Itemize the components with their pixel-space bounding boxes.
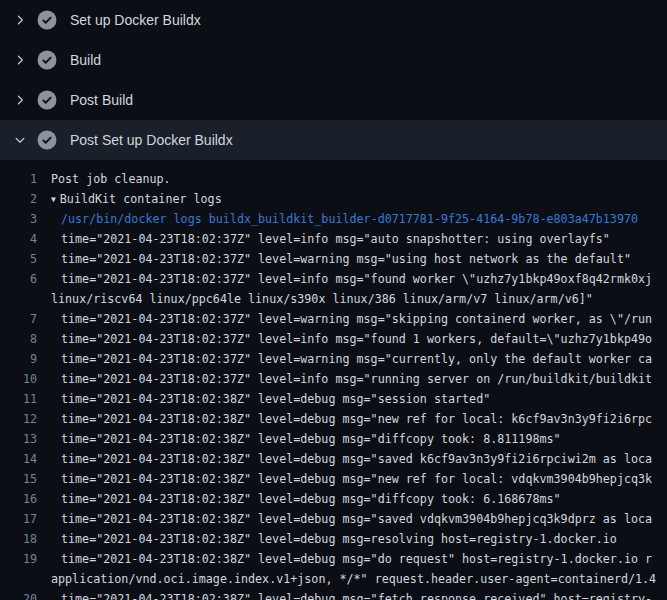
log-text: linux/riscv64 linux/ppc64le linux/s390x … — [51, 292, 593, 306]
log-line-text: time="2021-04-23T18:02:38Z" level=debug … — [37, 389, 490, 409]
step-row[interactable]: Set up Docker Buildx — [0, 0, 667, 40]
chevron-right-icon[interactable] — [12, 92, 28, 108]
log-line: 10 time="2021-04-23T18:02:37Z" level=inf… — [0, 369, 667, 389]
log-line-number[interactable]: 20 — [0, 589, 37, 600]
log-line-text: time="2021-04-23T18:02:38Z" level=debug … — [37, 449, 652, 469]
log-line-text: application/vnd.oci.image.index.v1+json,… — [37, 569, 656, 589]
log-line-number[interactable]: 1 — [0, 169, 37, 189]
log-line-number[interactable]: 2 — [0, 189, 37, 209]
log-text: time="2021-04-23T18:02:37Z" level=warnin… — [61, 312, 652, 326]
log-text: time="2021-04-23T18:02:38Z" level=debug … — [61, 512, 652, 526]
log-line-text: time="2021-04-23T18:02:37Z" level=info m… — [37, 369, 652, 389]
log-text: time="2021-04-23T18:02:37Z" level=info m… — [61, 272, 652, 286]
log-line-text: time="2021-04-23T18:02:38Z" level=debug … — [37, 489, 561, 509]
log-line: 9 time="2021-04-23T18:02:37Z" level=warn… — [0, 349, 667, 369]
log-line-number[interactable]: 19 — [0, 549, 37, 569]
log-text: time="2021-04-23T18:02:38Z" level=debug … — [61, 552, 652, 566]
log-line: 20 time="2021-04-23T18:02:38Z" level=deb… — [0, 589, 667, 600]
log-line-number[interactable]: 12 — [0, 409, 37, 429]
log-text: time="2021-04-23T18:02:38Z" level=debug … — [61, 592, 652, 600]
log-line-number[interactable]: 11 — [0, 389, 37, 409]
log-line: application/vnd.oci.image.index.v1+json,… — [0, 569, 667, 589]
log-line-text: time="2021-04-23T18:02:38Z" level=debug … — [37, 509, 652, 529]
log-text: time="2021-04-23T18:02:38Z" level=debug … — [61, 392, 490, 406]
log-line: 5 time="2021-04-23T18:02:37Z" level=warn… — [0, 249, 667, 269]
log-line-text[interactable]: ▼BuildKit container logs — [37, 189, 222, 209]
check-circle-icon — [37, 10, 57, 30]
log-line-number[interactable]: 10 — [0, 369, 37, 389]
log-line-text: /usr/bin/docker logs buildx_buildkit_bui… — [37, 209, 638, 229]
step-row[interactable]: Post Build — [0, 80, 667, 120]
chevron-right-icon[interactable] — [12, 12, 28, 28]
log-text: time="2021-04-23T18:02:38Z" level=debug … — [61, 472, 652, 486]
log-line: 18 time="2021-04-23T18:02:38Z" level=deb… — [0, 529, 667, 549]
log-line-text: time="2021-04-23T18:02:37Z" level=warnin… — [37, 309, 652, 329]
log-text: time="2021-04-23T18:02:38Z" level=debug … — [61, 492, 561, 506]
log-text: BuildKit container logs — [60, 192, 222, 206]
chevron-right-icon[interactable] — [12, 52, 28, 68]
log-text: time="2021-04-23T18:02:37Z" level=info m… — [61, 332, 652, 346]
log-text: application/vnd.oci.image.index.v1+json,… — [51, 572, 656, 586]
log-line-text: time="2021-04-23T18:02:37Z" level=warnin… — [37, 249, 631, 269]
log-line: 12 time="2021-04-23T18:02:38Z" level=deb… — [0, 409, 667, 429]
log-line-text: time="2021-04-23T18:02:37Z" level=info m… — [37, 229, 610, 249]
log-line: 11 time="2021-04-23T18:02:38Z" level=deb… — [0, 389, 667, 409]
log-text: time="2021-04-23T18:02:37Z" level=info m… — [61, 372, 652, 386]
log-line: 1 Post job cleanup. — [0, 169, 667, 189]
log-line-number[interactable]: 17 — [0, 509, 37, 529]
steps-list: Set up Docker Buildx Build Post Buil — [0, 0, 667, 160]
log-text: /usr/bin/docker logs buildx_buildkit_bui… — [61, 212, 638, 226]
check-circle-icon — [37, 50, 57, 70]
log-line-number[interactable]: 7 — [0, 309, 37, 329]
step-label: Post Set up Docker Buildx — [70, 132, 233, 148]
log-line-number[interactable]: 3 — [0, 209, 37, 229]
log-line: 19 time="2021-04-23T18:02:38Z" level=deb… — [0, 549, 667, 569]
log-line-text: time="2021-04-23T18:02:38Z" level=debug … — [37, 429, 561, 449]
log-line-text: time="2021-04-23T18:02:38Z" level=debug … — [37, 409, 652, 429]
check-circle-icon — [37, 90, 57, 110]
log-line: 15 time="2021-04-23T18:02:38Z" level=deb… — [0, 469, 667, 489]
log-line-number[interactable]: 9 — [0, 349, 37, 369]
log-line-number[interactable]: 18 — [0, 529, 37, 549]
log-line: linux/riscv64 linux/ppc64le linux/s390x … — [0, 289, 667, 309]
log-text: time="2021-04-23T18:02:38Z" level=debug … — [61, 412, 652, 426]
log-line: 3 /usr/bin/docker logs buildx_buildkit_b… — [0, 209, 667, 229]
log-text: time="2021-04-23T18:02:38Z" level=debug … — [61, 452, 652, 466]
log-line-number[interactable]: 14 — [0, 449, 37, 469]
log-text: time="2021-04-23T18:02:38Z" level=debug … — [61, 432, 561, 446]
log-text: time="2021-04-23T18:02:37Z" level=warnin… — [61, 252, 631, 266]
log-line-text: Post job cleanup. — [37, 169, 171, 189]
check-circle-icon — [37, 130, 57, 150]
log-line: 16 time="2021-04-23T18:02:38Z" level=deb… — [0, 489, 667, 509]
chevron-down-icon[interactable] — [12, 132, 28, 148]
step-label: Set up Docker Buildx — [70, 12, 201, 28]
log-line: 4 time="2021-04-23T18:02:37Z" level=info… — [0, 229, 667, 249]
log-text: time="2021-04-23T18:02:37Z" level=info m… — [61, 232, 610, 246]
log-view: 1 Post job cleanup. 2 ▼BuildKit containe… — [0, 160, 667, 600]
log-line-text: time="2021-04-23T18:02:37Z" level=warnin… — [37, 349, 652, 369]
log-line-text: linux/riscv64 linux/ppc64le linux/s390x … — [37, 289, 593, 309]
log-line-text: time="2021-04-23T18:02:37Z" level=info m… — [37, 269, 652, 289]
log-line: 7 time="2021-04-23T18:02:37Z" level=warn… — [0, 309, 667, 329]
log-line-number[interactable]: 15 — [0, 469, 37, 489]
log-line: 8 time="2021-04-23T18:02:37Z" level=info… — [0, 329, 667, 349]
log-line-number[interactable]: 4 — [0, 229, 37, 249]
log-line-number[interactable]: 13 — [0, 429, 37, 449]
log-line-number[interactable]: 16 — [0, 489, 37, 509]
log-line: 13 time="2021-04-23T18:02:38Z" level=deb… — [0, 429, 667, 449]
step-row[interactable]: Build — [0, 40, 667, 80]
log-line-text: time="2021-04-23T18:02:38Z" level=debug … — [37, 589, 652, 600]
log-line-number[interactable]: 5 — [0, 249, 37, 269]
log-line-text: time="2021-04-23T18:02:38Z" level=debug … — [37, 469, 652, 489]
log-line: 2 ▼BuildKit container logs — [0, 189, 667, 209]
log-line: 17 time="2021-04-23T18:02:38Z" level=deb… — [0, 509, 667, 529]
group-toggle-icon[interactable]: ▼ — [51, 190, 56, 210]
step-label: Post Build — [70, 92, 133, 108]
step-label: Build — [70, 52, 101, 68]
step-row[interactable]: Post Set up Docker Buildx — [0, 120, 667, 160]
log-line-text: time="2021-04-23T18:02:38Z" level=debug … — [37, 549, 652, 569]
log-text: Post job cleanup. — [51, 172, 171, 186]
log-line-number[interactable]: 8 — [0, 329, 37, 349]
log-line-number[interactable]: 6 — [0, 269, 37, 289]
log-text: time="2021-04-23T18:02:38Z" level=debug … — [61, 532, 617, 546]
